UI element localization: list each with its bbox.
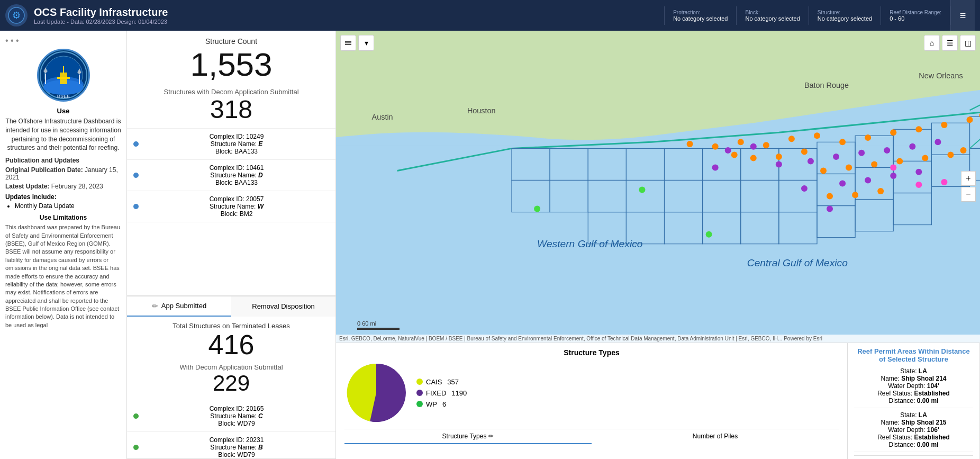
reef-distance-1: Distance: 0.00 mi (854, 397, 973, 404)
map-zoom-in[interactable]: + (961, 171, 976, 186)
svg-text:Western Gulf of Mexico: Western Gulf of Mexico (537, 238, 643, 249)
filter-protraction-label: Protraction: (673, 10, 728, 15)
structure-count-label: Structure Count (135, 37, 327, 46)
main-content: • • • BSEE Use The Offsh (0, 31, 980, 459)
bsee-logo: BSEE (37, 49, 90, 102)
svg-point-68 (896, 158, 903, 164)
middle-panel: Structure Count 1,553 Structures with De… (127, 31, 336, 459)
svg-point-66 (846, 164, 852, 170)
svg-text:Baton Rouge: Baton Rouge (804, 81, 849, 89)
tab-structure-types[interactable]: Structure Types ✏ (344, 429, 592, 444)
map-top-right-controls: ⌂ ☰ ◫ (924, 35, 976, 51)
reef-permit-panel: Reef Permit Areas Within Distance of Sel… (848, 343, 980, 459)
list-text-2: Complex ID: 10461 Structure Name: D Bloc… (144, 164, 329, 186)
svg-point-65 (820, 167, 827, 174)
list-text-t2: Complex ID: 20231 Structure Name: B Bloc… (144, 436, 329, 458)
tab-number-of-piles[interactable]: Number of Piles (592, 429, 839, 444)
decom-sub-value: 229 (135, 371, 327, 395)
map-zoom-out[interactable]: − (961, 187, 976, 202)
sidebar-updates-label: Updates include: (5, 193, 121, 201)
svg-rect-124 (345, 41, 351, 42)
filter-protraction[interactable]: Protraction: No category selected (665, 6, 737, 25)
reef-depth-2: Water Depth: 106' (854, 426, 973, 434)
svg-point-55 (788, 136, 795, 142)
svg-point-54 (763, 142, 769, 148)
tab-removal-disposition[interactable]: Removal Disposition (231, 296, 335, 317)
tab-structure-types-label: Structure Types (442, 433, 487, 440)
map-tool-dropdown[interactable]: ▾ (358, 35, 374, 51)
legend-wp-value: 6 (442, 400, 446, 408)
svg-point-103 (639, 187, 645, 193)
terminated-list: Complex ID: 20165 Structure Name: C Bloc… (127, 401, 335, 459)
filter-block-value: No category selected (745, 15, 800, 22)
svg-point-98 (890, 173, 896, 179)
svg-point-57 (839, 139, 846, 145)
map-layers-button[interactable]: ◫ (960, 35, 976, 51)
header-filters: Protraction: No category selected Block:… (664, 6, 950, 25)
filter-block[interactable]: Block: No category selected (737, 6, 809, 25)
filter-structure-label: Structure: (818, 10, 872, 15)
svg-rect-8 (63, 66, 64, 74)
chart-legend: CAIS 357 FIXED 1190 WP 6 (416, 378, 467, 408)
sidebar: • • • BSEE Use The Offsh (0, 31, 127, 459)
legend-fixed-label: FIXED (426, 389, 446, 397)
reef-depth-1: Water Depth: 104' (854, 382, 973, 390)
structure-count-section: Structure Count 1,553 Structures with De… (127, 31, 335, 129)
structure-types-title: Structure Types (344, 348, 839, 357)
svg-point-104 (706, 231, 712, 238)
svg-point-56 (814, 132, 820, 139)
svg-point-97 (865, 177, 871, 183)
list-item[interactable]: Complex ID: 10461 Structure Name: D Bloc… (127, 160, 335, 191)
map-scale-bar (357, 328, 400, 330)
svg-point-93 (884, 147, 890, 154)
legend-cais-dot (416, 379, 423, 385)
filter-structure[interactable]: Structure: No category selected (809, 6, 881, 25)
list-text-1: Complex ID: 10249 Structure Name: E Bloc… (144, 133, 329, 155)
svg-point-77 (877, 188, 884, 194)
svg-point-107 (915, 182, 922, 188)
structure-count-value: 1,553 (135, 47, 327, 83)
legend-wp: WP 6 (416, 400, 467, 408)
map-container[interactable]: Western Gulf of Mexico Central Gulf of M… (336, 31, 980, 343)
svg-point-76 (852, 192, 858, 198)
filter-reef-distance[interactable]: Reef Distance Range: 0 - 60 (881, 6, 950, 25)
svg-point-90 (807, 158, 814, 164)
reef-panel-title: Reef Permit Areas Within Distance of Sel… (854, 347, 973, 363)
sidebar-use-lim-text: This dashboard was prepared by the Burea… (5, 223, 121, 329)
pie-chart (344, 361, 408, 425)
svg-point-106 (890, 164, 896, 170)
svg-rect-9 (45, 74, 46, 84)
map-list-button[interactable]: ☰ (942, 35, 958, 51)
list-dot-1 (133, 141, 139, 147)
svg-point-70 (947, 151, 954, 158)
menu-button[interactable]: ≡ (950, 0, 975, 31)
list-text-t1: Complex ID: 20165 Structure Name: C Bloc… (144, 405, 329, 427)
bottom-charts: Structure Types (336, 343, 980, 459)
tab-app-submitted[interactable]: ✏ App Submitted (127, 296, 231, 317)
term-lease-label: Total Structures on Terminated Leases (135, 322, 327, 330)
sidebar-update-item: Monthly Data Update (15, 202, 121, 210)
svg-text:New Orleans: New Orleans (919, 71, 963, 80)
map-attribution: Esri, GEBCO, DeLorme, NaturalVue | BOEM … (336, 335, 980, 343)
filter-protraction-value: No category selected (673, 15, 728, 22)
svg-point-59 (890, 129, 896, 136)
legend-fixed-dot (416, 390, 423, 396)
map-home-button[interactable]: ⌂ (924, 35, 940, 51)
svg-point-95 (934, 139, 941, 145)
svg-point-101 (827, 206, 833, 212)
reef-status-2: Reef Status: Established (854, 434, 973, 441)
list-item[interactable]: Complex ID: 20165 Structure Name: C Bloc… (127, 401, 335, 432)
tab-number-piles-label: Number of Piles (693, 433, 738, 440)
terminated-leases-section: Total Structures on Terminated Leases 41… (127, 317, 335, 401)
list-item[interactable]: Complex ID: 10249 Structure Name: E Bloc… (127, 129, 335, 160)
legend-cais: CAIS 357 (416, 378, 467, 386)
svg-rect-11 (79, 75, 80, 84)
list-item[interactable]: Complex ID: 20231 Structure Name: B Bloc… (127, 432, 335, 459)
svg-point-89 (776, 161, 782, 167)
svg-point-91 (833, 154, 839, 160)
map-tool-layers[interactable] (340, 35, 356, 51)
list-item[interactable]: Complex ID: 20057 Structure Name: W Bloc… (127, 191, 335, 222)
legend-fixed-value: 1190 (451, 389, 467, 397)
header-title-block: OCS Facility Infrastructure Last Update … (34, 6, 168, 25)
sidebar-original-date: Original Publication Date: January 15, 2… (5, 166, 121, 181)
